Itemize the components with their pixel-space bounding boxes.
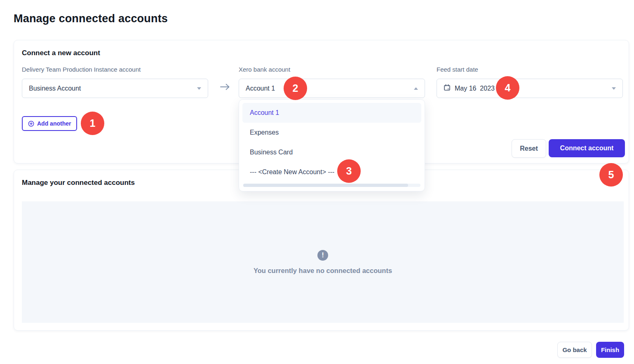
arrow-right-icon: [220, 83, 230, 92]
reset-button[interactable]: Reset: [512, 139, 546, 158]
xero-account-value: Account 1: [246, 85, 275, 92]
dropdown-option-expenses[interactable]: Expenses: [242, 123, 421, 142]
empty-state-panel: ! You currently have no connected accoun…: [22, 201, 624, 323]
source-account-value: Business Account: [29, 85, 81, 92]
connect-new-account-card: Connect a new account Delivery Team Prod…: [14, 40, 629, 163]
dropdown-option-account-1[interactable]: Account 1: [242, 103, 421, 123]
calendar-icon: [444, 84, 451, 93]
plus-circle-icon: [28, 121, 34, 127]
dropdown-option-create-new-account[interactable]: --- <Create New Account> ---: [242, 162, 421, 182]
step-badge-5: 5: [599, 163, 623, 187]
chevron-down-icon: [612, 87, 616, 90]
feed-start-date-value: May 16 2023: [455, 85, 495, 92]
xero-account-label: Xero bank account: [239, 66, 290, 73]
go-back-button[interactable]: Go back: [557, 342, 592, 358]
add-another-label: Add another: [37, 120, 71, 127]
manage-card-heading: Manage your connected accounts: [22, 179, 135, 187]
finish-button[interactable]: Finish: [596, 342, 624, 358]
chevron-down-icon: [197, 87, 201, 90]
dropdown-option-business-card[interactable]: Business Card: [242, 142, 421, 162]
add-another-button[interactable]: Add another: [22, 116, 77, 131]
scrollbar-thumb[interactable]: [243, 184, 408, 187]
source-account-label: Delivery Team Production Instance accoun…: [22, 66, 141, 73]
xero-account-dropdown: Account 1 Expenses Business Card --- <Cr…: [239, 99, 425, 191]
source-account-select[interactable]: Business Account: [22, 79, 208, 98]
feed-start-date-picker[interactable]: May 16 2023: [437, 79, 623, 98]
step-badge-4: 4: [496, 76, 519, 100]
dropdown-horizontal-scrollbar[interactable]: [243, 184, 420, 187]
chevron-up-icon: [414, 87, 418, 90]
xero-account-select[interactable]: Account 1: [239, 79, 425, 98]
step-badge-3: 3: [337, 159, 361, 183]
feed-start-date-label: Feed start date: [437, 66, 478, 73]
step-badge-2: 2: [284, 77, 307, 100]
info-icon: !: [317, 250, 328, 261]
connect-account-button[interactable]: Connect account: [549, 139, 625, 157]
page-title: Manage connected accounts: [14, 12, 168, 25]
step-badge-1: 1: [81, 112, 104, 135]
connect-card-heading: Connect a new account: [22, 49, 100, 57]
empty-state-message: You currently have no connected accounts: [254, 267, 392, 275]
manage-connected-accounts-card: Manage your connected accounts ! You cur…: [14, 170, 629, 331]
